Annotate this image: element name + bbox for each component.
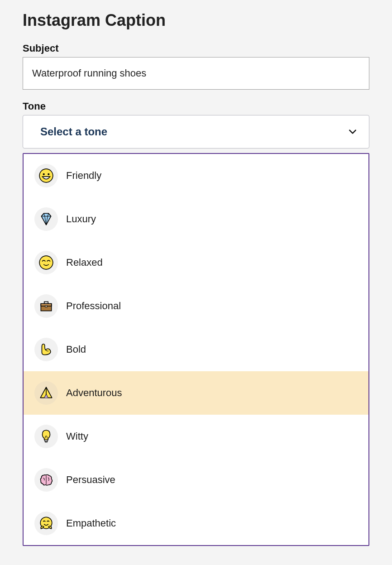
tone-option[interactable]: Luxury (24, 197, 368, 241)
tone-option-label: Professional (66, 300, 121, 312)
tone-option-label: Luxury (66, 213, 96, 225)
tone-option[interactable]: Friendly (24, 154, 368, 197)
tone-select-placeholder: Select a tone (40, 125, 107, 138)
tone-option-label: Friendly (66, 170, 101, 182)
lightbulb-icon (34, 425, 58, 448)
tone-dropdown: FriendlyLuxuryRelaxedProfessionalBoldAdv… (23, 153, 369, 546)
tone-option-label: Relaxed (66, 257, 103, 268)
brain-icon (34, 468, 58, 492)
tone-select[interactable]: Select a tone (23, 115, 369, 148)
grin-face-icon (34, 164, 58, 187)
tone-option[interactable]: Professional (24, 284, 368, 328)
tone-option[interactable]: Adventurous (24, 371, 368, 415)
smile-face-icon (34, 251, 58, 274)
subject-section: Subject (23, 43, 369, 90)
tone-option[interactable]: Empathetic (24, 502, 368, 545)
subject-label: Subject (23, 43, 369, 54)
subject-input[interactable] (23, 57, 369, 90)
page-title: Instagram Caption (23, 11, 369, 30)
flex-arm-icon (34, 338, 58, 361)
sail-triangle-icon (34, 381, 58, 405)
tone-option-label: Persuasive (66, 474, 115, 486)
briefcase-icon (34, 294, 58, 318)
tone-option[interactable]: Persuasive (24, 458, 368, 502)
tone-option-label: Bold (66, 344, 86, 355)
chevron-down-icon (348, 127, 357, 136)
tone-option-label: Adventurous (66, 387, 122, 399)
diamond-icon (34, 207, 58, 231)
tone-option[interactable]: Relaxed (24, 241, 368, 284)
tone-section: Tone Select a tone FriendlyLuxuryRelaxed… (23, 101, 369, 546)
tone-label: Tone (23, 101, 369, 112)
tone-option[interactable]: Bold (24, 328, 368, 371)
tone-option-label: Witty (66, 431, 88, 442)
tone-option[interactable]: Witty (24, 415, 368, 458)
tone-option-label: Empathetic (66, 517, 116, 529)
hug-face-icon (34, 512, 58, 535)
